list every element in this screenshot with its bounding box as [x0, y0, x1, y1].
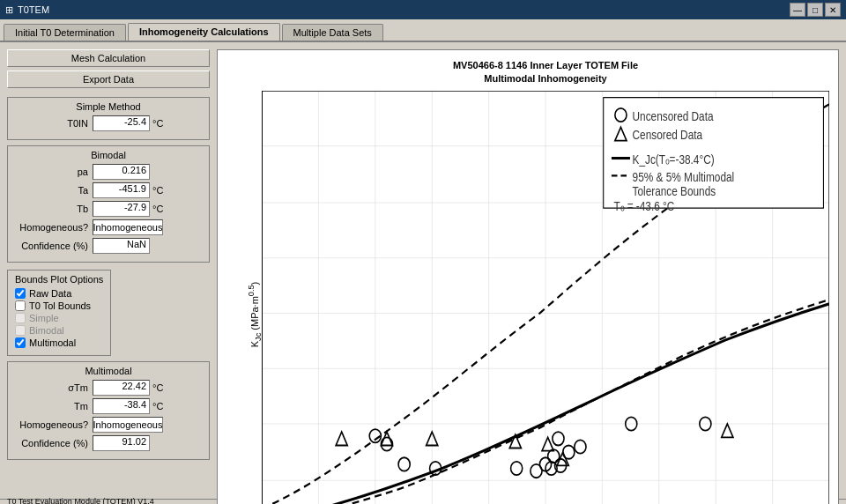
titlebar-controls: — □ ✕ — [790, 3, 841, 17]
minimize-button[interactable]: — — [790, 3, 805, 17]
bimodal-confidence-value[interactable]: NaN — [93, 238, 150, 254]
tb-input[interactable]: -27.9 — [93, 201, 150, 217]
bimodal-checkbox — [15, 325, 26, 336]
multimodal-homogeneous-label: Homogeneous? — [13, 419, 93, 430]
multimodal-confidence-label: Confidence (%) — [13, 438, 93, 448]
raw-data-label: Raw Data — [29, 288, 71, 299]
tab-multiple[interactable]: Multiple Data Sets — [282, 24, 383, 41]
ta-row: Ta -451.9 °C — [13, 182, 204, 198]
bimodal-section: Bimodal pa 0.216 Ta -451.9 °C Tb -27.9 °… — [7, 145, 210, 263]
t0in-input[interactable]: -25.4 — [93, 115, 150, 131]
svg-text:T₀ = -43.6 °C: T₀ = -43.6 °C — [614, 199, 675, 213]
svg-text:Uncensored Data: Uncensored Data — [633, 109, 715, 123]
main-content: Mesh Calculation Export Data Simple Meth… — [0, 42, 846, 499]
left-panel: Mesh Calculation Export Data Simple Meth… — [7, 49, 210, 492]
footer-line1: T0 Test Evaluation Module (TOTEM) V1.4 — [7, 496, 178, 504]
bimodal-confidence-row: Confidence (%) NaN — [13, 238, 204, 254]
t0-tol-bounds-row: T0 Tol Bounds — [15, 300, 103, 311]
multimodal-confidence-row: Confidence (%) 91.02 — [13, 435, 204, 451]
tb-unit: °C — [152, 204, 163, 214]
y-axis-label: KJc (MPa·m0.5) — [247, 282, 263, 347]
sigma-tm-unit: °C — [152, 382, 163, 393]
simple-row: Simple — [15, 313, 103, 323]
multimodal-row: Multimodal — [15, 337, 103, 348]
tab-inhomogeneity[interactable]: Inhomogeneity Calculations — [128, 23, 280, 41]
tm-input[interactable]: -38.4 — [93, 398, 150, 414]
multimodal-confidence-value[interactable]: 91.02 — [93, 435, 150, 451]
bounds-plot-options: Bounds Plot Options Raw Data T0 Tol Boun… — [7, 270, 111, 356]
chart-title-line1: MV50466-8 1146 Inner Layer TOTEM File — [453, 60, 638, 70]
t0in-label: T0IN — [13, 118, 93, 129]
tm-label: Tm — [13, 401, 93, 411]
bimodal-homogeneous-row: Homogeneous? Inhomogeneous — [13, 219, 204, 235]
t0in-unit: °C — [152, 118, 163, 129]
tb-row: Tb -27.9 °C — [13, 201, 204, 217]
pa-label: pa — [13, 167, 93, 177]
sigma-tm-row: σTm 22.42 °C — [13, 380, 204, 396]
simple-label: Simple — [29, 313, 59, 323]
titlebar-left: ⊞ T0TEM — [5, 4, 49, 16]
multimodal-label: Multimodal — [29, 337, 76, 348]
svg-text:K_Jc(T₀=-38.4°C): K_Jc(T₀=-38.4°C) — [633, 152, 715, 167]
buttons-row: Mesh Calculation Export Data — [7, 49, 210, 88]
ta-label: Ta — [13, 185, 93, 196]
bimodal-confidence-label: Confidence (%) — [13, 241, 93, 251]
chart-title-line2: Multimodal Inhomogeneity — [484, 73, 606, 84]
app-icon: ⊞ — [5, 4, 13, 16]
simple-method-title: Simple Method — [13, 101, 204, 112]
t0-tol-bounds-label: T0 Tol Bounds — [29, 300, 91, 311]
right-panel: KJc (MPa·m0.5) MV50466-8 1146 Inner Laye… — [217, 49, 839, 492]
ta-unit: °C — [152, 185, 163, 196]
svg-text:Tolerance Bounds: Tolerance Bounds — [633, 184, 716, 198]
close-button[interactable]: ✕ — [825, 3, 841, 17]
chart-title: MV50466-8 1146 Inner Layer TOTEM File Mu… — [262, 59, 829, 86]
chart-container: KJc (MPa·m0.5) MV50466-8 1146 Inner Laye… — [217, 49, 839, 504]
tabbar: Initial T0 Determination Inhomogeneity C… — [0, 19, 846, 42]
bimodal-row: Bimodal — [15, 325, 103, 336]
simple-checkbox — [15, 313, 26, 323]
multimodal-title: Multimodal — [13, 366, 204, 376]
chart-svg: 0 50 100 150 200 250 300 350 400 -100 -9… — [262, 91, 829, 504]
bimodal-title: Bimodal — [13, 150, 204, 160]
svg-text:95% & 5% Multimodal: 95% & 5% Multimodal — [633, 169, 735, 183]
ta-input[interactable]: -451.9 — [93, 182, 150, 198]
svg-text:Censored Data: Censored Data — [633, 128, 703, 142]
tab-initial[interactable]: Initial T0 Determination — [4, 24, 126, 41]
app-title: T0TEM — [18, 4, 49, 15]
sigma-tm-label: σTm — [13, 382, 93, 393]
t0in-row: T0IN -25.4 °C — [13, 115, 204, 131]
bounds-title: Bounds Plot Options — [15, 274, 103, 285]
multimodal-checkbox[interactable] — [15, 337, 26, 348]
simple-method-section: Simple Method T0IN -25.4 °C — [7, 97, 210, 140]
mesh-calculation-button[interactable]: Mesh Calculation — [7, 49, 210, 67]
pa-input[interactable]: 0.216 — [93, 164, 150, 180]
titlebar: ⊞ T0TEM — □ ✕ — [0, 0, 846, 19]
multimodal-homogeneous-value: Inhomogeneous — [93, 417, 163, 433]
multimodal-section: Multimodal σTm 22.42 °C Tm -38.4 °C Homo… — [7, 361, 210, 460]
bimodal-homogeneous-value: Inhomogeneous — [93, 219, 163, 235]
bimodal-label: Bimodal — [29, 325, 64, 336]
maximize-button[interactable]: □ — [807, 3, 823, 17]
t0-tol-bounds-checkbox[interactable] — [15, 300, 26, 311]
tm-row: Tm -38.4 °C — [13, 398, 204, 414]
raw-data-checkbox[interactable] — [15, 288, 26, 299]
footer-text: T0 Test Evaluation Module (TOTEM) V1.4 C… — [7, 496, 178, 504]
middle-area: Bounds Plot Options Raw Data T0 Tol Boun… — [7, 270, 210, 356]
bimodal-homogeneous-label: Homogeneous? — [13, 222, 93, 233]
tm-unit: °C — [152, 401, 163, 411]
multimodal-homogeneous-row: Homogeneous? Inhomogeneous — [13, 417, 204, 433]
export-data-button[interactable]: Export Data — [7, 70, 210, 88]
raw-data-row: Raw Data — [15, 288, 103, 299]
sigma-tm-input[interactable]: 22.42 — [93, 380, 150, 396]
tb-label: Tb — [13, 204, 93, 214]
pa-row: pa 0.216 — [13, 164, 204, 180]
